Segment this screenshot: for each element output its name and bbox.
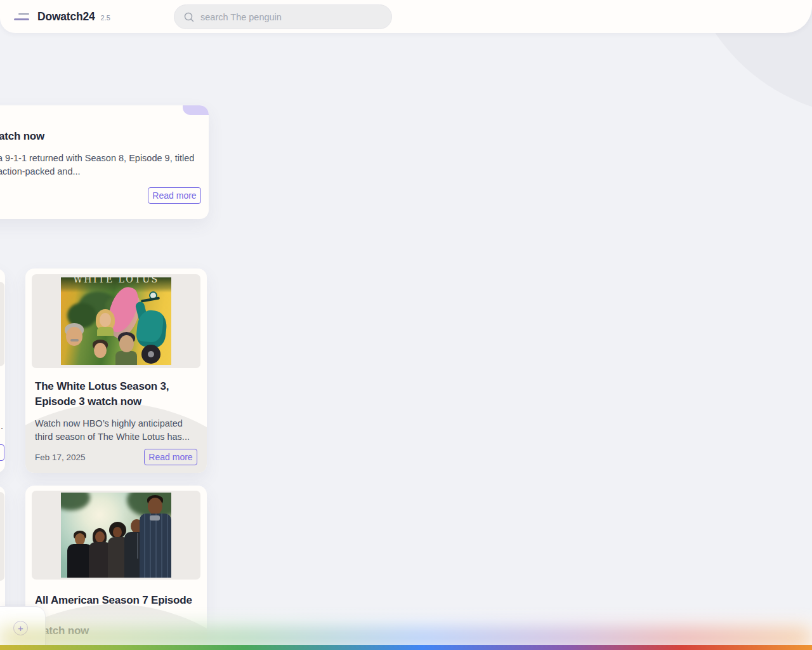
all-american-poster-image [61,493,171,578]
rainbow-bar-decoration [0,645,812,650]
article-title: atch now [0,129,44,144]
article-excerpt-fragment: . [1,421,3,431]
article-title: The White Lotus Season 3, Episode 3 watc… [35,379,197,409]
article-image-frame: WHITE LOTUS [32,274,200,368]
article-excerpt: a 9-1-1 returned with Season 8, Episode … [0,152,194,178]
article-card-partial[interactable]: . [0,269,5,473]
article-date: Feb 17, 2025 [35,453,86,462]
article-title: All American Season 7 Episode 5 watch no… [35,593,197,639]
white-lotus-poster-image: WHITE LOTUS [61,277,171,365]
corner-panel: + [0,606,46,650]
card-tab-decoration [183,105,209,115]
search-icon [183,11,195,23]
menu-icon[interactable] [14,12,29,22]
read-more-button[interactable]: Read more [144,449,197,465]
article-excerpt: Watch now HBO’s highly anticipated third… [35,417,197,444]
poster-title-text: WHITE LOTUS [61,277,171,284]
article-card-all-american[interactable]: All American Season 7 Episode 5 watch no… [25,486,207,650]
article-image-frame [32,491,200,580]
search-bar[interactable] [174,4,392,29]
brand-logo[interactable]: Dowatch24 [37,10,95,23]
search-input[interactable] [200,12,383,22]
header: Dowatch24 2.5 [0,0,812,33]
article-image-placeholder [0,282,4,366]
read-more-button[interactable] [0,444,4,461]
plus-button[interactable]: + [13,621,28,635]
article-card-911[interactable]: atch now a 9-1-1 returned with Season 8,… [0,105,209,219]
version-label: 2.5 [101,14,110,22]
read-more-button[interactable]: Read more [148,187,201,204]
article-card-white-lotus[interactable]: WHITE LOTUS The White Lotus Season 3, Ep… [25,269,207,473]
article-image-placeholder [0,492,4,581]
